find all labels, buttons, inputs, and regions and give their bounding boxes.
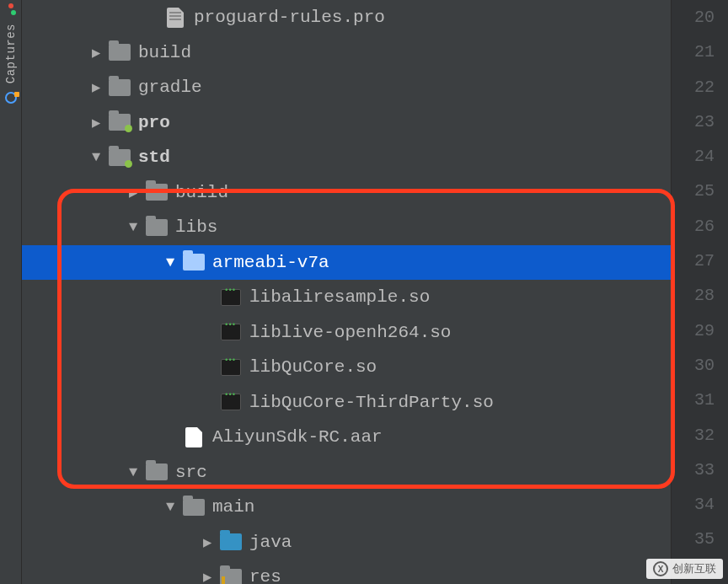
tree-row-module[interactable]: pro — [22, 105, 671, 141]
line-number: 22 — [672, 70, 715, 104]
collapse-arrow-icon[interactable] — [158, 499, 182, 515]
tree-label: build — [138, 43, 191, 62]
module-folder-icon — [108, 147, 131, 168]
text-file-icon — [163, 8, 187, 28]
main-area: proguard-rules.pro build gradle pro std — [22, 0, 728, 584]
collapse-arrow-icon[interactable] — [121, 219, 145, 235]
tree-label: res — [249, 567, 281, 584]
line-number: 29 — [672, 313, 715, 348]
tree-label: libaliresample.so — [249, 287, 430, 307]
tree-label: proguard-rules.pro — [194, 8, 385, 27]
tree-row-file[interactable]: AliyunSdk-RC.aar — [22, 420, 671, 455]
tree-label: java — [249, 533, 292, 552]
tree-row-resource-folder[interactable]: res — [22, 560, 671, 584]
folder-icon — [145, 182, 169, 202]
tree-row-folder[interactable]: gradle — [22, 70, 671, 105]
collapse-arrow-icon[interactable] — [84, 149, 108, 165]
expand-arrow-icon[interactable] — [84, 114, 108, 131]
source-folder-icon — [219, 532, 243, 552]
collapse-arrow-icon[interactable] — [121, 464, 145, 480]
line-number: 34 — [672, 487, 715, 522]
folder-icon — [108, 78, 131, 98]
expand-arrow-icon[interactable] — [84, 44, 108, 62]
tree-row-folder-selected[interactable]: armeabi-v7a — [22, 245, 671, 281]
line-number: 20 — [672, 0, 715, 35]
captures-icon[interactable] — [5, 92, 17, 104]
line-number: 21 — [672, 35, 715, 69]
line-number: 30 — [672, 348, 715, 383]
line-number: 23 — [672, 104, 715, 139]
line-number: 28 — [672, 278, 715, 313]
captures-tab[interactable]: Captures — [4, 24, 18, 83]
tree-row-file[interactable]: libaliresample.so — [22, 280, 671, 315]
tree-row-module[interactable]: std — [22, 140, 671, 175]
expand-arrow-icon[interactable] — [195, 533, 219, 551]
tree-row-file[interactable]: libQuCore-ThirdParty.so — [22, 385, 671, 421]
tree-label: std — [138, 147, 170, 167]
tree-label: libs — [175, 217, 217, 237]
tree-label: libQuCore.so — [249, 357, 377, 377]
binary-file-icon — [219, 392, 243, 412]
tree-row-folder[interactable]: build — [22, 35, 671, 71]
line-number: 24 — [672, 139, 715, 174]
tree-label: main — [212, 497, 254, 517]
binary-file-icon — [219, 357, 243, 378]
tree-row-file[interactable]: proguard-rules.pro — [22, 0, 671, 35]
line-number: 25 — [672, 174, 715, 208]
watermark-logo-icon: X — [653, 561, 668, 576]
line-number: 33 — [672, 453, 715, 487]
tree-row-folder[interactable]: libs — [22, 210, 671, 245]
tree-row-folder[interactable]: build — [22, 175, 671, 211]
watermark-text: 创新互联 — [672, 561, 716, 576]
structure-icon[interactable] — [4, 3, 18, 17]
folder-icon — [108, 42, 131, 62]
tree-label: pro — [138, 113, 170, 132]
module-folder-icon — [108, 112, 131, 132]
tree-label: AliyunSdk-RC.aar — [212, 427, 383, 447]
collapse-arrow-icon[interactable] — [158, 254, 182, 271]
folder-icon — [145, 217, 169, 238]
tree-row-source-folder[interactable]: java — [22, 525, 671, 560]
folder-icon — [145, 462, 169, 482]
tree-row-folder[interactable]: main — [22, 490, 671, 525]
tree-row-folder[interactable]: src — [22, 455, 671, 490]
line-number: 31 — [672, 383, 715, 417]
tree-label: gradle — [138, 78, 202, 97]
watermark: X 创新互联 — [646, 559, 723, 579]
binary-file-icon — [219, 287, 243, 308]
expand-arrow-icon[interactable] — [195, 568, 219, 584]
tree-row-file[interactable]: libQuCore.so — [22, 350, 671, 385]
line-number: 32 — [672, 418, 715, 453]
expand-arrow-icon[interactable] — [84, 78, 108, 96]
tree-label: libQuCore-ThirdParty.so — [249, 393, 494, 412]
expand-arrow-icon[interactable] — [121, 184, 145, 201]
folder-icon — [182, 497, 206, 517]
tree-label: liblive-openh264.so — [249, 323, 451, 342]
tree-label: armeabi-v7a — [212, 253, 329, 272]
tree-label: src — [175, 463, 207, 482]
line-number: 35 — [672, 522, 715, 556]
line-number: 27 — [672, 244, 715, 278]
left-sidebar: Captures — [0, 0, 22, 584]
editor-gutter: 20212223242526272829303132333435 — [671, 0, 728, 584]
archive-file-icon — [182, 427, 206, 447]
line-number: 26 — [672, 209, 715, 244]
resource-folder-icon — [219, 567, 243, 584]
project-tree[interactable]: proguard-rules.pro build gradle pro std — [22, 0, 671, 584]
tree-label: build — [175, 183, 228, 202]
folder-icon — [182, 252, 206, 272]
binary-file-icon — [219, 322, 243, 342]
tree-row-file[interactable]: liblive-openh264.so — [22, 315, 671, 351]
